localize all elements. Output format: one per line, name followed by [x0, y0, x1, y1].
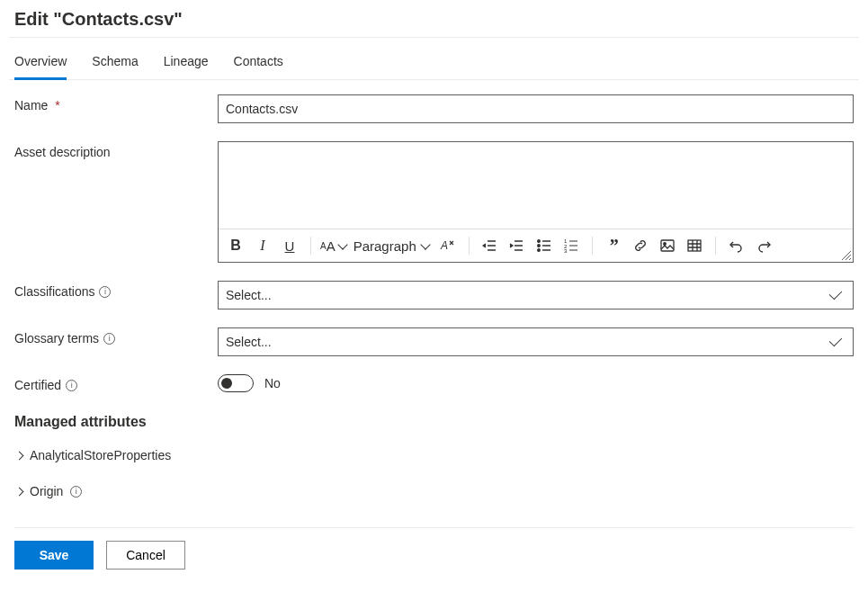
tabs: Overview Schema Lineage Contacts: [9, 38, 859, 80]
glossary-label: Glossary terms i: [14, 327, 218, 345]
undo-icon[interactable]: [725, 233, 748, 258]
clear-formatting-icon[interactable]: A: [436, 233, 460, 258]
managed-attributes-header: Managed attributes: [14, 414, 854, 430]
name-label: Name*: [14, 94, 218, 112]
tab-contacts[interactable]: Contacts: [234, 50, 283, 79]
svg-rect-7: [661, 240, 674, 251]
chevron-down-icon: [420, 239, 430, 249]
certified-value-label: No: [264, 376, 281, 390]
expander-origin[interactable]: Origin i: [14, 479, 854, 504]
svg-point-2: [537, 245, 540, 247]
indent-icon[interactable]: [506, 233, 529, 258]
svg-rect-9: [688, 240, 701, 251]
table-icon[interactable]: [683, 233, 706, 258]
classifications-placeholder: Select...: [226, 288, 272, 302]
chevron-right-icon: [15, 487, 24, 496]
certified-toggle[interactable]: [218, 374, 254, 392]
font-size-button[interactable]: AA: [320, 233, 346, 258]
chevron-right-icon: [15, 451, 24, 460]
image-icon[interactable]: [656, 233, 679, 258]
bold-icon[interactable]: B: [224, 233, 247, 258]
toolbar-separator: [469, 237, 470, 255]
toggle-knob: [221, 378, 232, 389]
info-icon[interactable]: i: [66, 380, 77, 391]
required-star-icon: *: [55, 98, 59, 112]
toolbar-separator: [715, 237, 716, 255]
page-title: Edit "Contacts.csv": [9, 5, 859, 38]
svg-text:A: A: [440, 239, 448, 252]
italic-icon[interactable]: I: [251, 233, 274, 258]
svg-point-1: [537, 240, 540, 243]
paragraph-style-button[interactable]: Paragraph: [350, 233, 433, 258]
info-icon[interactable]: i: [99, 286, 111, 298]
svg-text:3: 3: [564, 248, 568, 254]
svg-point-8: [663, 243, 666, 246]
info-icon[interactable]: i: [103, 333, 115, 345]
chevron-down-icon: [337, 239, 347, 249]
resize-handle-icon[interactable]: [840, 249, 851, 260]
toolbar-separator: [310, 237, 311, 255]
outdent-icon[interactable]: [479, 233, 502, 258]
rte-toolbar: B I U AA Paragraph A: [219, 229, 853, 262]
info-icon[interactable]: i: [70, 486, 82, 498]
description-textarea[interactable]: [219, 142, 853, 229]
expander-analyticalstoreproperties[interactable]: AnalyticalStoreProperties: [14, 443, 854, 468]
numbered-list-icon[interactable]: 123: [559, 233, 583, 258]
expander-label: AnalyticalStoreProperties: [30, 448, 171, 462]
classifications-label: Classifications i: [14, 281, 218, 299]
description-editor: B I U AA Paragraph A: [218, 141, 854, 263]
tab-lineage[interactable]: Lineage: [164, 50, 209, 79]
tab-overview[interactable]: Overview: [14, 50, 67, 80]
underline-icon[interactable]: U: [278, 233, 301, 258]
toolbar-separator: [592, 237, 593, 255]
glossary-dropdown[interactable]: Select...: [218, 327, 854, 356]
quote-icon[interactable]: ”: [602, 233, 625, 258]
save-button[interactable]: Save: [14, 541, 94, 570]
glossary-placeholder: Select...: [226, 335, 272, 349]
check-icon: [829, 287, 843, 300]
check-icon: [829, 334, 843, 347]
name-input[interactable]: [218, 94, 854, 123]
bulleted-list-icon[interactable]: [532, 233, 556, 258]
redo-icon[interactable]: [752, 233, 775, 258]
link-icon[interactable]: [629, 233, 652, 258]
certified-label: Certified i: [14, 374, 218, 392]
cancel-button[interactable]: Cancel: [106, 541, 185, 570]
expander-label: Origin: [30, 484, 63, 498]
classifications-dropdown[interactable]: Select...: [218, 281, 854, 309]
description-label: Asset description: [14, 141, 218, 159]
tab-schema[interactable]: Schema: [92, 50, 138, 79]
svg-point-3: [537, 249, 540, 252]
footer: Save Cancel: [14, 527, 854, 570]
